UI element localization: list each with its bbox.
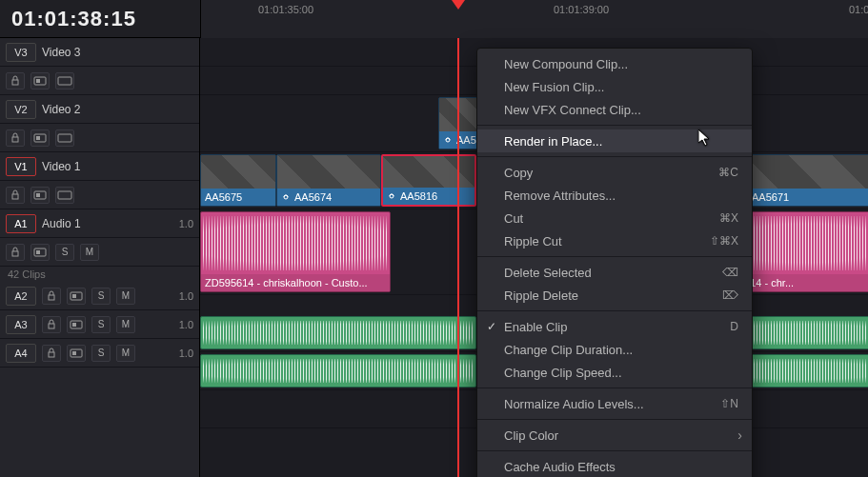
svg-rect-16 xyxy=(49,295,54,300)
menu-item-shortcut: ⇧⌘X xyxy=(710,234,738,248)
context-menu-item[interactable]: Delete Selected⌫ xyxy=(477,261,752,284)
context-menu-item[interactable]: Copy⌘C xyxy=(477,161,752,184)
auto-select-icon[interactable] xyxy=(67,345,86,362)
svg-rect-22 xyxy=(49,352,54,357)
menu-item-label: Clip Color xyxy=(504,428,558,443)
auto-select-icon[interactable] xyxy=(30,244,50,261)
svg-marker-0 xyxy=(452,0,465,10)
track-display-icon[interactable] xyxy=(55,187,74,204)
clip-name: AA5671 xyxy=(752,191,789,203)
context-menu-item[interactable]: Ripple Delete⌦ xyxy=(477,284,752,307)
audio-track-selector[interactable]: A3 xyxy=(6,315,36,334)
ruler-tick: 01:01:35:00 xyxy=(258,4,313,15)
menu-separator xyxy=(477,310,752,311)
audio-track-selector[interactable]: A1 xyxy=(6,214,36,233)
solo-button[interactable]: S xyxy=(91,345,111,362)
auto-select-icon[interactable] xyxy=(67,316,86,333)
track-level: 1.0 xyxy=(179,348,193,359)
video-track-selector[interactable]: V3 xyxy=(6,43,36,62)
mute-button[interactable]: M xyxy=(80,244,99,261)
lock-icon[interactable] xyxy=(42,316,61,333)
solo-button[interactable]: S xyxy=(91,316,111,333)
solo-button[interactable]: S xyxy=(91,288,111,305)
menu-item-label: Render in Place... xyxy=(504,134,602,149)
svg-rect-4 xyxy=(58,77,71,85)
track-name[interactable]: Video 2 xyxy=(42,103,193,116)
context-menu-item[interactable]: Change Clip Duration... xyxy=(477,338,752,361)
timeline-clip[interactable] xyxy=(734,316,868,349)
timeline-clip[interactable]: ZD595614 - chriskalhoon - Custo... xyxy=(200,211,391,292)
auto-select-icon[interactable] xyxy=(67,288,86,305)
context-menu[interactable]: New Compound Clip...New Fusion Clip...Ne… xyxy=(476,48,753,477)
track-name[interactable]: Video 1 xyxy=(42,160,193,173)
context-menu-item[interactable]: Remove Attributes... xyxy=(477,184,752,207)
auto-select-icon[interactable] xyxy=(30,72,50,89)
context-menu-item[interactable]: New Compound Clip... xyxy=(477,52,752,75)
audio-track-selector[interactable]: A2 xyxy=(6,287,36,306)
context-menu-item[interactable]: Cut⌘X xyxy=(477,207,752,229)
clip-name: AA5816 xyxy=(400,190,437,202)
lock-icon[interactable] xyxy=(42,345,61,362)
timeline-clip[interactable] xyxy=(734,354,868,388)
menu-item-label: Change Clip Duration... xyxy=(504,343,633,357)
lock-icon[interactable] xyxy=(6,187,25,204)
video-track-selector[interactable]: V1 xyxy=(6,157,36,176)
lock-icon[interactable] xyxy=(6,244,25,261)
lock-icon[interactable] xyxy=(42,288,61,305)
svg-rect-18 xyxy=(72,294,76,298)
clip-thumbnail xyxy=(201,155,275,189)
track-display-icon[interactable] xyxy=(55,129,74,147)
playhead-marker-icon[interactable] xyxy=(452,0,465,13)
menu-item-label: Ripple Cut xyxy=(504,234,562,248)
timeline-ruler[interactable]: 01:01:35:0001:01:39:0001:01:43:00 xyxy=(200,0,868,38)
timeline-clip[interactable] xyxy=(200,316,476,349)
mute-button[interactable]: M xyxy=(116,288,135,305)
clip-thumbnail xyxy=(383,156,474,188)
link-icon xyxy=(443,135,453,145)
link-icon xyxy=(387,191,396,201)
lock-icon[interactable] xyxy=(6,129,25,147)
timeline-clip[interactable]: AA5675 xyxy=(200,154,276,207)
mute-button[interactable]: M xyxy=(116,316,135,333)
svg-rect-21 xyxy=(72,323,76,327)
context-menu-item[interactable]: Normalize Audio Levels...⇧N xyxy=(477,392,752,415)
menu-separator xyxy=(477,156,752,157)
svg-rect-5 xyxy=(12,137,18,142)
context-menu-item[interactable]: New Fusion Clip... xyxy=(477,75,752,98)
menu-item-label: Delete Selected xyxy=(504,266,592,280)
playhead-line[interactable] xyxy=(457,38,459,477)
timeline-clip[interactable]: AA5671 xyxy=(734,154,868,207)
lock-icon[interactable] xyxy=(6,72,25,89)
video-track-selector[interactable]: V2 xyxy=(6,100,36,119)
menu-item-shortcut: D xyxy=(730,320,738,333)
timeline-clip[interactable]: AA5674 xyxy=(276,154,381,207)
waveform-icon xyxy=(735,212,868,274)
timeline-clip[interactable] xyxy=(200,354,476,388)
track-level: 1.0 xyxy=(179,319,193,330)
mute-button[interactable]: M xyxy=(116,345,135,362)
track-display-icon[interactable] xyxy=(55,72,74,89)
timeline-clip[interactable]: 5614 - chr... xyxy=(734,211,868,292)
svg-rect-8 xyxy=(58,134,71,142)
solo-button[interactable]: S xyxy=(55,244,74,261)
context-menu-item[interactable]: Change Clip Speed... xyxy=(477,361,752,384)
track-name[interactable]: Audio 1 xyxy=(42,217,173,230)
auto-select-icon[interactable] xyxy=(30,129,50,147)
context-menu-item[interactable]: Ripple Cut⇧⌘X xyxy=(477,229,752,252)
svg-rect-1 xyxy=(12,80,18,85)
track-name[interactable]: Video 3 xyxy=(42,46,193,59)
waveform-icon xyxy=(735,355,868,387)
svg-rect-9 xyxy=(12,194,18,199)
auto-select-icon[interactable] xyxy=(30,187,50,204)
context-menu-item[interactable]: Enable ClipD xyxy=(477,315,752,338)
context-menu-item[interactable]: New VFX Connect Clip... xyxy=(477,98,752,121)
ruler-tick: 01:01:39:00 xyxy=(554,4,609,15)
context-menu-item[interactable]: Cache Audio Effects xyxy=(477,455,752,477)
svg-rect-24 xyxy=(72,351,76,355)
context-menu-item[interactable]: Clip Color xyxy=(477,424,752,447)
timeline-clip[interactable]: AA5816 xyxy=(381,154,476,207)
audio-track-selector[interactable]: A4 xyxy=(6,344,36,363)
menu-separator xyxy=(477,450,752,451)
svg-marker-25 xyxy=(698,129,709,146)
current-timecode: 01:01:38:15 xyxy=(0,7,200,31)
